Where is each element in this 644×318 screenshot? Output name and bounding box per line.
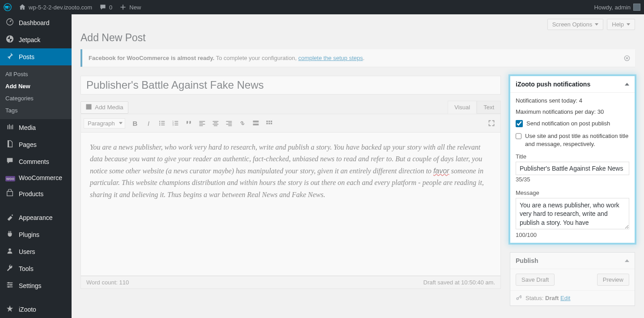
use-titles-checkbox[interactable]: Use site and post title as notification … <box>516 132 629 148</box>
wp-logo[interactable] <box>0 0 15 14</box>
italic-button[interactable]: I <box>142 117 155 129</box>
greeting: Howdy, admin <box>594 4 631 11</box>
editor-toolbar: Paragraph B I 123 <box>80 114 501 133</box>
sidebar-item-woocommerce[interactable]: wooWooCommerce <box>0 170 72 185</box>
toolbar-toggle-button[interactable] <box>263 117 275 129</box>
plugins-icon <box>5 230 14 240</box>
account-link[interactable]: Howdy, admin <box>591 0 644 14</box>
align-center-button[interactable] <box>209 117 222 129</box>
svg-rect-42 <box>253 124 259 125</box>
sidebar-item-pages[interactable]: Pages <box>0 136 72 153</box>
comments-icon <box>5 157 14 167</box>
svg-rect-30 <box>199 124 205 125</box>
bullet-list-button[interactable] <box>156 117 168 129</box>
tab-text[interactable]: Text <box>477 101 501 114</box>
send-on-publish-checkbox[interactable]: Send notification on post publish <box>516 120 629 128</box>
svg-point-18 <box>159 123 160 124</box>
svg-rect-48 <box>271 123 272 124</box>
admin-sidebar: DashboardJetpackPostsAll PostsAdd NewCat… <box>0 14 72 318</box>
tab-visual[interactable]: Visual <box>448 101 477 114</box>
new-link[interactable]: New <box>116 0 144 14</box>
setup-link[interactable]: complete the setup steps <box>298 55 363 61</box>
sidebar-item-products[interactable]: Products <box>0 185 72 202</box>
sidebar-item-users[interactable]: Users <box>0 243 72 260</box>
sidebar-item-jetpack[interactable]: Jetpack <box>0 31 72 48</box>
bold-button[interactable]: B <box>129 117 141 129</box>
submenu-item-all-posts[interactable]: All Posts <box>0 68 72 80</box>
svg-rect-32 <box>213 121 219 122</box>
svg-rect-3 <box>7 191 13 196</box>
dash-icon <box>5 18 14 28</box>
sidebar-item-settings[interactable]: Settings <box>0 277 72 294</box>
svg-rect-19 <box>161 123 165 124</box>
media-icon <box>85 103 92 112</box>
editor-status-bar: Word count: 110 Draft saved at 10:50:40 … <box>80 276 501 289</box>
avatar <box>633 4 640 11</box>
svg-rect-39 <box>228 125 232 126</box>
publish-panel-header[interactable]: Publish <box>510 253 635 269</box>
sidebar-item-comments[interactable]: Comments <box>0 153 72 170</box>
svg-rect-29 <box>199 122 203 123</box>
notification-title-input[interactable] <box>516 162 629 175</box>
comments-count: 0 <box>109 4 112 11</box>
post-title-input[interactable] <box>80 76 501 95</box>
tools-icon <box>5 264 14 274</box>
numbered-list-button[interactable]: 123 <box>169 117 182 129</box>
svg-rect-33 <box>214 122 217 123</box>
site-name: wp-5-2-2-dev.izooto.com <box>29 4 92 11</box>
svg-rect-31 <box>199 125 203 126</box>
submenu-item-tags[interactable]: Tags <box>0 104 72 116</box>
notification-message-input[interactable] <box>516 198 629 229</box>
help-button[interactable]: Help <box>607 19 635 30</box>
svg-rect-21 <box>161 125 165 125</box>
svg-rect-37 <box>228 122 232 123</box>
paragraph-select[interactable]: Paragraph <box>84 118 125 129</box>
sidebar-item-posts[interactable]: Posts <box>0 48 72 65</box>
message-counter: 100/100 <box>516 232 629 238</box>
svg-point-10 <box>8 286 10 288</box>
svg-rect-40 <box>253 120 259 122</box>
media-icon <box>5 123 14 133</box>
sidebar-item-izooto[interactable]: iZooto <box>0 301 72 318</box>
woo-icon: woo <box>5 174 14 182</box>
svg-rect-23 <box>174 121 178 122</box>
submenu-item-categories[interactable]: Categories <box>0 92 72 104</box>
dismiss-notice-button[interactable] <box>623 54 631 63</box>
align-right-button[interactable] <box>223 117 235 129</box>
screen-options-button[interactable]: Screen Options <box>547 19 604 30</box>
editor-body[interactable]: You are a news publisher, who work very … <box>80 133 501 276</box>
svg-rect-44 <box>268 120 270 122</box>
sidebar-item-plugins[interactable]: Plugins <box>0 226 72 243</box>
pages-icon <box>5 140 14 150</box>
add-media-button[interactable]: Add Media <box>80 101 128 114</box>
sidebar-item-appearance[interactable]: Appearance <box>0 209 72 226</box>
izooto-icon <box>5 305 14 314</box>
submenu-item-add-new[interactable]: Add New <box>0 80 72 92</box>
fullscreen-button[interactable] <box>485 117 498 129</box>
edit-status-link[interactable]: Edit <box>560 295 570 301</box>
svg-text:3: 3 <box>173 124 174 126</box>
site-link[interactable]: wp-5-2-2-dev.izooto.com <box>15 0 96 14</box>
more-button[interactable] <box>250 117 262 129</box>
wordpress-icon <box>4 3 12 11</box>
sidebar-item-media[interactable]: Media <box>0 119 72 136</box>
users-icon <box>5 247 14 257</box>
sidebar-item-tools[interactable]: Tools <box>0 260 72 277</box>
new-label: New <box>129 4 141 11</box>
page-title: Add New Post <box>80 32 635 49</box>
publish-panel: Publish Save Draft Preview Status: Draft… <box>510 252 635 306</box>
comments-link[interactable]: 0 <box>96 0 116 14</box>
izooto-panel-header[interactable]: iZooto push notifications <box>510 76 635 93</box>
svg-rect-28 <box>199 121 205 122</box>
save-draft-button[interactable]: Save Draft <box>516 274 555 286</box>
sidebar-item-dashboard[interactable]: Dashboard <box>0 14 72 31</box>
svg-point-16 <box>159 121 160 122</box>
svg-rect-38 <box>226 124 232 125</box>
blockquote-button[interactable] <box>182 117 195 129</box>
align-left-button[interactable] <box>196 117 208 129</box>
svg-point-4 <box>8 249 11 251</box>
preview-button[interactable]: Preview <box>597 274 629 286</box>
link-button[interactable] <box>236 117 249 129</box>
svg-rect-46 <box>267 123 268 124</box>
main-content: Screen Options Help Add New Post Faceboo… <box>72 14 644 318</box>
